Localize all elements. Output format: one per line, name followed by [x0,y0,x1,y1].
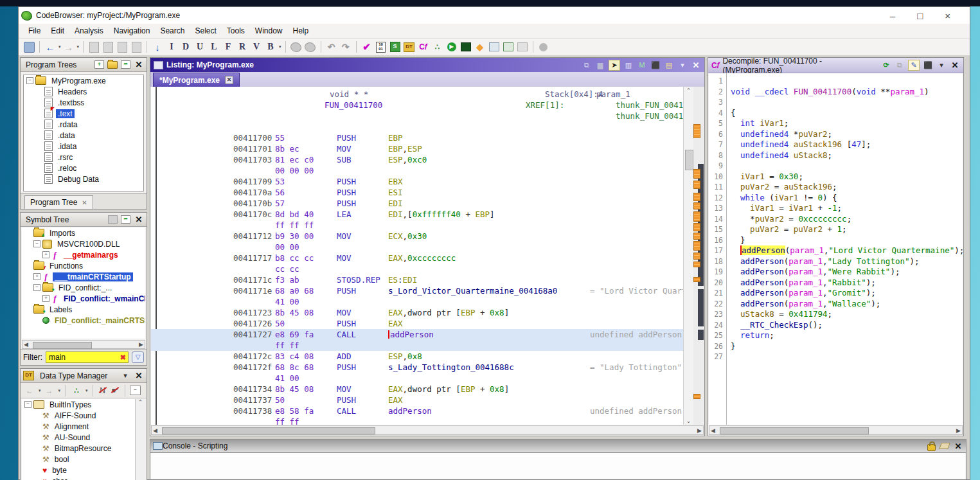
listing-row[interactable]: 0041171e68 a0 68PUSHs_Lord_Victor_Quarte… [151,285,683,296]
filter-arrays-icon[interactable]: N [98,386,108,395]
listing-row[interactable]: 004117238b 45 08MOVEAX,dword ptr [EBP + … [151,307,683,318]
menu-edit[interactable]: Edit [46,25,69,37]
edit-icon[interactable]: ✎ [908,60,920,71]
changed-bytes-marker[interactable] [693,277,700,282]
create-tree-icon[interactable]: + [94,60,104,69]
decompile-line[interactable]: 21 addPerson(param_1,"Gromit"); [709,288,963,299]
decompile-line[interactable]: 1 [709,76,963,87]
program-tree-item[interactable]: .textbss [24,97,143,108]
decompile-line[interactable]: 8 undefined4 uStack8; [709,150,963,161]
data-type-item[interactable]: ⚒AU-Sound [22,432,136,443]
datatype-letter-d[interactable]: D [179,40,192,53]
dtm-back-icon[interactable]: ← [23,384,36,397]
diff-view-icon[interactable]: ▥ [623,60,634,70]
dropdown-icon[interactable]: ▾ [936,60,947,70]
decompile-line[interactable]: 15 puVar2 = puVar2 + 1; [709,224,963,235]
clear-marks-icon[interactable] [537,40,550,53]
tree-expander-icon[interactable]: + [33,273,40,280]
tree-expander-icon[interactable]: + [42,251,49,258]
decompile-line[interactable]: 20 addPerson(param_1,"Rabbit"); [709,278,963,289]
overview-block-marker[interactable] [698,330,704,340]
dropdown-icon[interactable]: ▾ [279,44,281,49]
maximize-button[interactable]: □ [917,10,923,21]
listing-row-continuation[interactable]: ff ff [151,416,683,425]
datatype-letter-v[interactable]: V [250,40,263,53]
snapshot-icon[interactable]: ⬛ [923,60,933,70]
close-panel-icon[interactable]: ✕ [134,60,144,69]
program-tree-item[interactable]: .rsrc [24,152,143,163]
panel-menu-icon[interactable]: ▾ [120,371,130,380]
undo-icon[interactable]: ↶ [325,40,338,53]
dtm-layout-icon[interactable]: ∴ [70,384,83,397]
menu-file[interactable]: File [24,25,45,37]
dropdown-icon[interactable]: ▾ [58,44,61,49]
menu-search[interactable]: Search [156,25,189,37]
scroll-right-icon[interactable]: ▶ [956,427,961,434]
listing-header[interactable]: Listing: MyProgram.exe ⧉ ▆ ➤ ▥ M ⬛ ▤ ▾ ✕ [150,58,704,72]
listing-row-continuation[interactable]: 00 00 [151,242,683,253]
listing-row-continuation[interactable]: ff ff [151,340,683,351]
back-icon[interactable]: ← [44,40,57,53]
symbol-tree-item[interactable]: +f__getmainargs [22,249,145,260]
scroll-left-icon[interactable]: ◀ [24,341,28,348]
datatype-letter-u[interactable]: U [193,40,206,53]
scroll-thumb[interactable] [33,342,92,349]
data-type-item[interactable]: ♥byte [22,465,136,476]
tree-expander-icon[interactable]: − [24,401,31,408]
changed-bytes-marker[interactable] [693,169,700,179]
decompile-line[interactable]: 26} [709,341,963,352]
dtm-forward-icon[interactable]: → [43,384,56,397]
decompile-line[interactable]: 18 addPerson(param_1,"Lady Tottington"); [709,256,963,267]
decompile-line[interactable]: 6 undefined4 *puVar2; [709,129,963,140]
decompile-body[interactable]: 12void __cdecl FUN_00411700(void **param… [709,73,963,425]
datatype-letter-i[interactable]: I [165,40,178,53]
console-header[interactable]: Console - Scripting ✕ [150,440,966,453]
menu-navigation[interactable]: Navigation [109,25,155,37]
close-panel-icon[interactable]: ✕ [953,441,963,451]
function-graph-icon[interactable]: ∴ [431,40,444,53]
scroll-thumb[interactable] [162,427,375,434]
changed-bytes-marker[interactable] [693,193,700,201]
menu-window[interactable]: Window [251,25,287,37]
datatype-letter-r[interactable]: R [236,40,249,53]
changed-bytes-marker[interactable] [693,223,700,231]
paste-icon[interactable]: ▆ [595,60,605,70]
tree-expander-icon[interactable]: + [42,295,49,302]
scroll-lock-icon[interactable] [927,444,936,451]
data-type-manager-icon[interactable]: DT [403,40,416,53]
copy-icon[interactable]: ⧉ [895,60,905,70]
decompile-line[interactable]: 4{ [709,108,963,119]
listing-vscrollbar[interactable]: ⌃ ⌄ [683,87,693,425]
scroll-thumb[interactable] [720,427,869,434]
listing-row[interactable]: thunk_FUN_00411700:0041118 [151,111,683,121]
data-type-item[interactable]: ♥char [22,476,136,480]
scroll-left-icon[interactable]: ◀ [711,427,715,434]
changed-bytes-marker[interactable] [693,253,700,260]
listing-row-continuation[interactable]: 41 00 [151,296,683,307]
changed-bytes-marker[interactable] [693,262,700,267]
listing-row[interactable]: 00411738e8 58 faCALLaddPersonundefined a… [151,405,683,416]
decompile-line[interactable]: 13 iVar1 = iVar1 + -1; [709,203,963,214]
listing-row[interactable]: 00411727e8 69 faCALLaddPersonundefined a… [151,329,683,340]
symbol-tree-header[interactable]: Symbol Tree ➦ ✕ [21,213,147,227]
changed-bytes-marker[interactable] [693,211,700,222]
scroll-right-icon[interactable]: ▶ [697,427,702,434]
decompile-line[interactable]: 22 addPerson(param_1,"Wallace"); [709,299,963,310]
changed-bytes-marker[interactable] [693,241,700,251]
table-green-icon[interactable] [502,40,515,53]
changed-bytes-marker[interactable] [693,124,700,138]
symbol-tree-item[interactable]: +fFID_conflict:_wmainCRTSta [22,293,145,304]
scroll-up-icon[interactable]: ⌃ [684,87,693,94]
memory-block-icon-2[interactable] [102,40,114,53]
tree-expander-icon[interactable]: − [33,284,40,291]
changed-bytes-marker[interactable] [693,233,700,240]
listing-row[interactable]: 004117348b 45 08MOVEAX,dword ptr [EBP + … [151,384,683,395]
program-tree-item[interactable]: .reloc [24,163,143,173]
decompile-line[interactable]: 7 undefined4 auStack196 [47]; [709,139,963,150]
decompile-line[interactable]: 24 __RTC_CheckEsp(); [709,320,963,331]
dtm-vscrollbar[interactable]: ⌃ [135,399,145,480]
decompile-line[interactable]: 11 puVar2 = auStack196; [709,182,963,193]
close-panel-icon[interactable]: ✕ [134,371,144,380]
tree-expander-icon[interactable]: − [26,77,33,84]
validate-icon[interactable]: ✔ [361,40,373,53]
